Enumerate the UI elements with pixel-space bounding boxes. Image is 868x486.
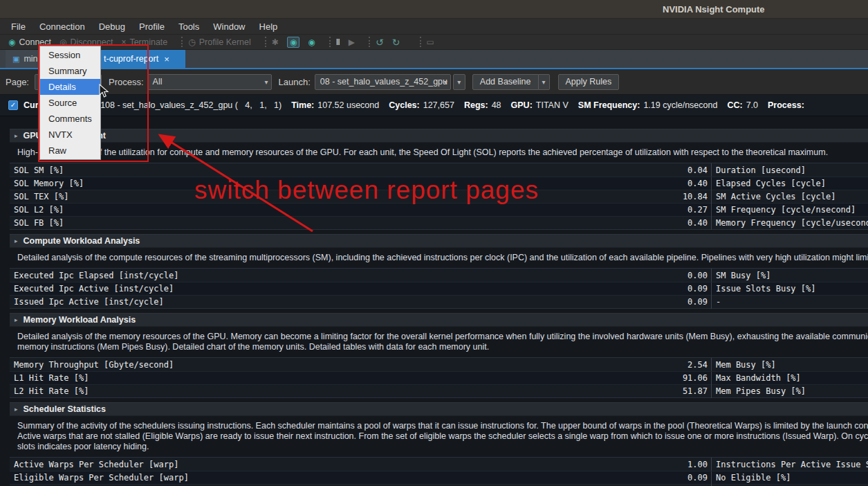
metric-name-2: Issue Slots Busy [%] [716, 284, 868, 294]
cc-label: CC: [727, 100, 742, 110]
metric-value: 0.27 [657, 205, 708, 215]
add-baseline-dropdown-button[interactable]: ▾ [539, 74, 550, 90]
chevron-down-icon: ▾ [444, 78, 447, 86]
terminate-button[interactable]: × Terminate [121, 37, 167, 47]
metric-value: 0.09 [657, 473, 708, 483]
process-select[interactable]: All ▾ [147, 74, 272, 90]
menubar: File Connection Debug Profile Tools Wind… [0, 19, 868, 35]
section-header-compute-workload[interactable]: ▸ Compute Workload Analysis [10, 234, 868, 248]
chevron-down-icon: ▾ [457, 78, 461, 86]
profile-kernel-button[interactable]: ◷ Profile Kernel [188, 37, 251, 47]
column-divider [711, 217, 712, 230]
page-menu-item-details[interactable]: Details [40, 79, 100, 95]
window-title: NVIDIA Nsight Compute [663, 4, 765, 15]
metric-name: L1 Hit Rate [%] [14, 373, 657, 383]
report-details-page: ▸ GPU Speed Of Light High-level overview… [0, 116, 868, 486]
section-header-scheduler-statistics[interactable]: ▸ Scheduler Statistics [10, 402, 868, 416]
api-step-in-icon: ◉ [290, 38, 297, 46]
table-row: L1 Hit Rate [%] 91.06 Max Bandwidth [%] [10, 371, 868, 384]
column-divider [711, 471, 712, 485]
page-menu-item-summary[interactable]: Summary [40, 63, 100, 79]
api-step-over-button[interactable]: ◉ [308, 38, 315, 46]
toolbar-separator [329, 37, 331, 47]
regs-value: 48 [492, 100, 501, 110]
column-divider [711, 372, 712, 385]
expander-icon: ▸ [15, 237, 18, 244]
expander-icon: ▸ [15, 316, 18, 323]
section-description: High-level overview of the utilization f… [17, 147, 868, 158]
metric-value: 51.87 [657, 386, 708, 396]
profile-kernel-icon: ◷ [188, 38, 195, 46]
time-label: Time: [291, 100, 314, 110]
apply-rules-button[interactable]: Apply Rules [558, 74, 620, 90]
sm-frequency-value: 1.19 cycle/nsecond [643, 100, 717, 110]
regs-label: Regs: [464, 100, 488, 110]
kernel-name: 108 - set_halo_values_z_452_gpu ( 4, 1, … [100, 100, 281, 110]
column-divider [711, 163, 712, 177]
disconnect-icon: ◎ [59, 38, 66, 46]
page-menu-item-nvtx[interactable]: NVTX [40, 127, 100, 143]
metric-name: L2 Hit Rate [%] [14, 386, 657, 396]
table-row: Issued Ipc Active [inst/cycle] 0.09 - [10, 295, 868, 308]
page-menu-item-raw[interactable]: Raw [40, 143, 100, 159]
metric-name: SOL TEX [%] [14, 192, 657, 201]
metric-name: Executed Ipc Elapsed [inst/cycle] [14, 271, 657, 280]
table-row: Executed Ipc Active [inst/cycle] 0.09 Is… [10, 282, 868, 295]
kernel-checkbox[interactable]: ✓ [8, 100, 18, 110]
table-row: Active Warps Per Scheduler [warp] 1.00 I… [10, 458, 868, 471]
window-titlebar: NVIDIA Nsight Compute [0, 0, 868, 19]
metric-value: 0.40 [657, 218, 708, 228]
report-doc-icon: ▣ [12, 55, 19, 64]
column-divider [711, 358, 712, 371]
metric-name-2: SM Frequency [cycle/nsecond] [716, 205, 868, 215]
occupancy-calculator-button[interactable]: ✱ [272, 38, 279, 46]
metric-name: SOL Memory [%] [14, 179, 657, 188]
page-menu-item-comments[interactable]: Comments [40, 111, 100, 127]
pause-button[interactable]: ‖ [336, 38, 340, 46]
section-header-gpu-speed-of-light[interactable]: ▸ GPU Speed Of Light [10, 129, 868, 143]
report-tab-label: min [24, 54, 37, 64]
menu-window[interactable]: Window [206, 19, 252, 34]
undo-button[interactable]: ↺ [376, 37, 384, 47]
menu-profile[interactable]: Profile [132, 19, 172, 34]
metric-value: 91.06 [657, 373, 708, 383]
metric-value: 10.84 [657, 192, 708, 201]
toolbar-separator [181, 37, 183, 47]
toolbar-separator [265, 37, 266, 47]
process-label: Process: [109, 77, 144, 87]
page-menu-item-source[interactable]: Source [40, 95, 100, 111]
menu-connection[interactable]: Connection [33, 19, 92, 34]
section-header-memory-workload[interactable]: ▸ Memory Workload Analysis [10, 313, 868, 327]
metric-name-2: SM Active Cycles [cycle] [716, 192, 868, 201]
metric-name-2: - [716, 297, 868, 307]
metric-name-2: Memory Frequency [cycle/usecond] [716, 218, 868, 228]
menu-debug[interactable]: Debug [92, 19, 132, 34]
pause-icon: ‖ [336, 38, 340, 46]
resume-button[interactable]: ▶ [349, 38, 355, 46]
section-title: Memory Workload Analysis [24, 315, 136, 325]
metric-name: Active Warps Per Scheduler [warp] [14, 460, 657, 469]
metric-name-2: Elapsed Cycles [cycle] [716, 179, 868, 188]
menu-tools[interactable]: Tools [172, 19, 206, 34]
section-description: Detailed analysis of the memory resource… [17, 332, 868, 352]
launch-label: Launch: [279, 77, 311, 87]
add-baseline-button[interactable]: Add Baseline [472, 74, 539, 90]
metric-name: SOL FB [%] [14, 218, 657, 228]
menu-file[interactable]: File [4, 19, 33, 34]
section-description: Detailed analysis of the compute resourc… [17, 253, 868, 263]
bookmark-button[interactable]: ▭ [427, 38, 434, 46]
page-menu-item-session[interactable]: Session [40, 47, 100, 63]
column-divider [711, 296, 712, 309]
launch-browse-button[interactable]: ▾ [453, 74, 465, 90]
tab-close-icon[interactable]: × [164, 54, 169, 64]
section-title: Scheduler Statistics [24, 404, 107, 414]
connect-icon: ◉ [8, 38, 15, 46]
add-baseline-splitbutton: Add Baseline ▾ [472, 74, 550, 90]
expander-icon: ▸ [15, 406, 18, 413]
redo-button[interactable]: ↻ [392, 37, 400, 47]
menu-help[interactable]: Help [252, 19, 285, 34]
api-step-in-button[interactable]: ◉ [287, 37, 299, 48]
metric-name-2: Mem Busy [%] [716, 360, 868, 370]
cycles-value: 127,657 [423, 100, 454, 110]
launch-select[interactable]: 08 - set_halo_values_z_452_gpu ▾ [315, 74, 451, 90]
